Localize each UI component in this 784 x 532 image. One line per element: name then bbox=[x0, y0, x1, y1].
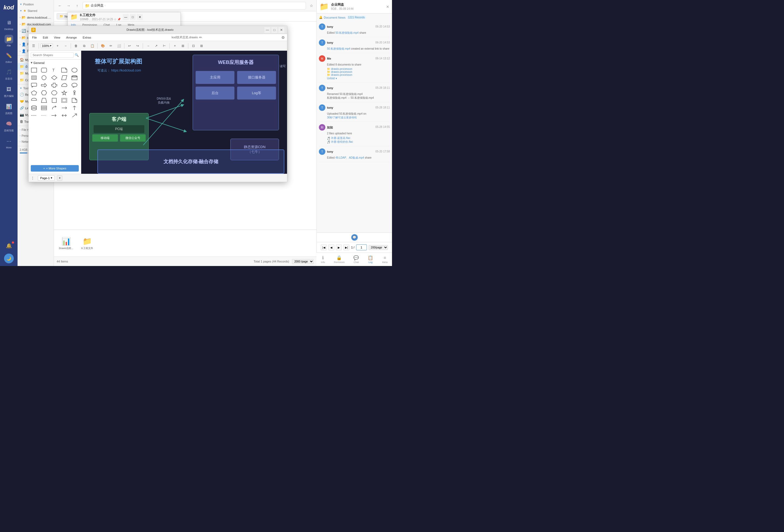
shape-arrow-up[interactable] bbox=[71, 104, 79, 111]
rnav-meta[interactable]: ≡ Meta bbox=[381, 254, 389, 265]
connection-button[interactable]: → bbox=[145, 43, 151, 49]
next-page-button[interactable]: ▶ bbox=[336, 245, 342, 250]
sidebar-item-desktop[interactable]: 🖥 Desktop bbox=[1, 16, 16, 33]
prev-page-button[interactable]: ◀ bbox=[328, 245, 334, 250]
shape-cylinder2[interactable] bbox=[30, 104, 38, 111]
sidebar-item-editor[interactable]: ✏️ Editor bbox=[1, 49, 16, 65]
edit-filename-icon[interactable]: ✏ bbox=[199, 35, 202, 39]
fill-color-button[interactable]: 🎨 bbox=[99, 43, 106, 49]
shape-cross[interactable] bbox=[50, 82, 58, 88]
close-icon[interactable]: ✕ bbox=[386, 5, 389, 9]
plus-button[interactable]: + bbox=[171, 43, 178, 49]
page-tab[interactable]: Page-1 ▾ bbox=[38, 175, 55, 180]
shape-button[interactable]: ⬜ bbox=[115, 43, 122, 49]
shape-dotted-line[interactable] bbox=[40, 112, 48, 119]
fit-page-button[interactable]: ⊡ bbox=[190, 43, 197, 49]
minimize-button[interactable]: — bbox=[123, 14, 129, 20]
undo-button[interactable]: ↩ bbox=[126, 43, 133, 49]
rnav-chat[interactable]: 💬 Chat bbox=[352, 254, 360, 265]
shape-search-input[interactable] bbox=[31, 52, 74, 58]
delete-button[interactable]: 🗑 bbox=[73, 43, 80, 49]
menu-arrange[interactable]: Arrange bbox=[65, 35, 78, 40]
sidebar-toggle-button[interactable]: ☰ bbox=[30, 43, 37, 49]
shape-line[interactable] bbox=[60, 104, 68, 111]
shape-octagon[interactable] bbox=[50, 89, 58, 96]
shape-list[interactable] bbox=[40, 104, 48, 111]
close-button[interactable]: ✕ bbox=[137, 14, 143, 20]
page-menu-button[interactable]: ⋮ bbox=[31, 176, 34, 180]
menu-extras[interactable]: Extras bbox=[82, 35, 92, 40]
shape-rhombus[interactable] bbox=[50, 74, 58, 81]
settings-icon[interactable]: ⚙ bbox=[281, 35, 285, 40]
strip-item[interactable]: 📊 Drawio流程... bbox=[57, 237, 76, 250]
redo-button[interactable]: ↪ bbox=[134, 43, 141, 49]
maximize-button[interactable]: □ bbox=[272, 27, 277, 33]
sidebar-item-file[interactable]: 📁 File bbox=[1, 33, 16, 49]
shapes-group-general[interactable]: ▾ General bbox=[29, 60, 81, 66]
shape-speech-bubble[interactable] bbox=[71, 82, 79, 88]
fullscreen-button[interactable]: ⊞ bbox=[198, 43, 205, 49]
user-avatar[interactable]: 🌙 bbox=[4, 254, 14, 263]
shape-ellipse[interactable] bbox=[71, 67, 79, 74]
rnav-log[interactable]: 📋 Log bbox=[366, 254, 374, 265]
activity-link[interactable]: 49.LDAP、AD集成.mp4 bbox=[335, 156, 364, 159]
line-style-button[interactable]: ⊢ bbox=[161, 43, 168, 49]
rnav-info[interactable]: ℹ Info bbox=[320, 254, 327, 265]
shape-arrow-right[interactable] bbox=[50, 112, 58, 119]
shape-text[interactable]: T bbox=[50, 67, 58, 74]
sidebar-item-music[interactable]: 🎵 乐音乐 bbox=[1, 65, 16, 83]
shape-half-circle[interactable] bbox=[30, 97, 38, 104]
strip-item[interactable]: 📁 8.工程文件 bbox=[78, 237, 96, 250]
activity-link[interactable]: 50.私密保险箱.mp4 bbox=[327, 47, 350, 50]
nav-position-header[interactable]: ▼ Position bbox=[18, 1, 54, 7]
forward-button[interactable]: → bbox=[65, 2, 72, 9]
shape-star[interactable] bbox=[60, 89, 68, 96]
activity-file[interactable]: 🎵 许赛-蓝莲花.flac bbox=[327, 136, 390, 140]
minimize-button[interactable]: — bbox=[264, 27, 270, 33]
shape-double-arrow[interactable] bbox=[60, 112, 68, 119]
page-input[interactable] bbox=[356, 245, 367, 250]
shape-person[interactable] bbox=[71, 89, 79, 96]
drawio-canvas[interactable]: 整体可扩展架构图 可道云： https://kodcloud.com WEB应用… bbox=[81, 51, 287, 174]
sidebar-item-notification[interactable]: 🔔 bbox=[1, 239, 16, 252]
back-button[interactable]: ← bbox=[57, 2, 63, 9]
sidebar-item-photo-edit[interactable]: 🖼 图片编辑 bbox=[1, 83, 16, 100]
activity-file[interactable]: 📁 drawio-processon bbox=[327, 71, 390, 74]
close-button[interactable]: ✕ bbox=[278, 27, 284, 33]
shape-circle[interactable] bbox=[40, 74, 48, 81]
zoom-out-button[interactable]: − bbox=[62, 43, 69, 49]
shape-pentagon[interactable] bbox=[30, 89, 38, 96]
shape-cylinder[interactable] bbox=[71, 74, 79, 81]
shape-dashed-line1[interactable] bbox=[30, 112, 38, 119]
zoom-control[interactable]: 100% ▾ bbox=[40, 44, 53, 48]
unfold-button[interactable]: Unfold ▾ bbox=[327, 77, 337, 80]
activity-file[interactable]: 📁 drawio-processon bbox=[327, 67, 390, 71]
first-page-button[interactable]: |◀ bbox=[321, 245, 327, 250]
subtitle-link[interactable]: https://kodcloud.com bbox=[111, 68, 141, 72]
shape-hexagon[interactable] bbox=[40, 89, 48, 96]
shape-diagonal-arrow[interactable] bbox=[71, 112, 79, 119]
copy-button[interactable]: 📋 bbox=[89, 43, 96, 49]
maximize-button[interactable]: □ bbox=[130, 14, 136, 20]
duplicate-button[interactable]: ⧉ bbox=[81, 43, 88, 49]
chat-notification-button[interactable]: 💬 bbox=[351, 234, 358, 241]
shape-doc[interactable] bbox=[71, 97, 79, 104]
sidebar-item-flow[interactable]: 📊 流程图 bbox=[1, 100, 16, 117]
per-page-right-select[interactable]: 200/page bbox=[368, 245, 388, 250]
last-page-button[interactable]: ▶| bbox=[343, 245, 349, 250]
nav-item-demo[interactable]: › 📂 demo.kodcloud.c... bbox=[18, 14, 54, 21]
activity-file[interactable]: 📁 drawio-processon bbox=[327, 74, 390, 76]
activity-link[interactable]: 50.私密保险箱.mp4 bbox=[335, 31, 359, 34]
shape-trapezoid[interactable] bbox=[40, 97, 48, 104]
sidebar-item-more[interactable]: ⋯ More bbox=[1, 135, 16, 151]
shape-rounded-rect[interactable] bbox=[40, 67, 48, 74]
up-button[interactable]: ↑ bbox=[74, 2, 80, 9]
shape-curved-arrow[interactable] bbox=[50, 104, 58, 111]
nav-starred-header[interactable]: ▼ ★ Starred bbox=[18, 7, 54, 14]
zoom-in-button[interactable]: + bbox=[54, 43, 61, 49]
shape-callout[interactable] bbox=[30, 82, 38, 88]
shape-rect2[interactable] bbox=[30, 74, 38, 81]
shape-bracket[interactable] bbox=[50, 97, 58, 104]
rnav-permission[interactable]: 🔒 Permissio bbox=[333, 254, 346, 265]
activity-file[interactable]: 🎵 许赛-曾经的你.flac bbox=[327, 140, 390, 144]
